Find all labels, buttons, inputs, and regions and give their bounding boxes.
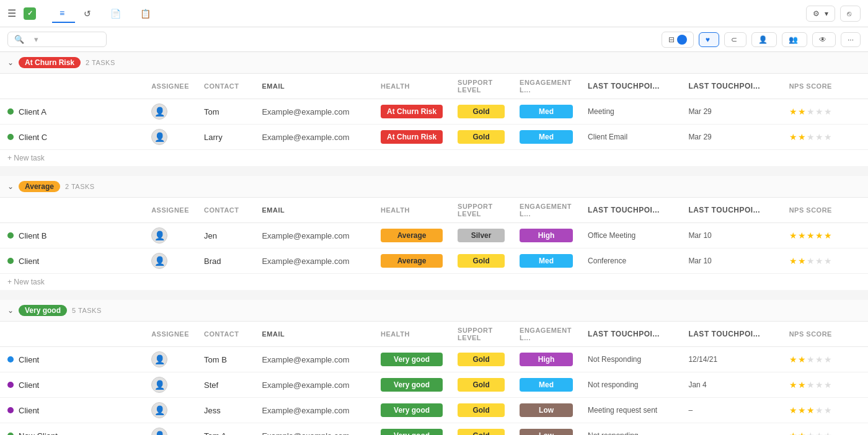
task-name: Client B xyxy=(7,231,136,240)
assignees-button[interactable]: 👥 xyxy=(782,32,807,47)
task-name-cell: Client xyxy=(0,248,144,274)
touchpoint1-cell: Meeting xyxy=(580,99,681,125)
new-task-row[interactable]: + New task xyxy=(0,150,868,167)
email-cell: Example@example.com xyxy=(254,347,373,372)
section-header-at-churn-risk: ⌄ At Churn Risk 2 TASKS xyxy=(0,52,868,74)
star-empty: ★ xyxy=(807,354,815,364)
star-filled: ★ xyxy=(789,380,797,390)
menu-icon[interactable]: ☰ xyxy=(7,7,16,19)
health-cell: Very good xyxy=(373,423,450,436)
star-filled: ★ xyxy=(807,405,815,415)
table-row[interactable]: Client 👤 Jess Example@example.com Very g… xyxy=(0,398,868,423)
table-row[interactable]: Client 👤 Tom B Example@example.com Very … xyxy=(0,347,868,372)
assignee-cell: 👤 xyxy=(144,99,197,125)
star-filled: ★ xyxy=(798,132,806,142)
new-task-button[interactable]: + New task xyxy=(0,150,868,167)
task-name: Client xyxy=(7,380,136,390)
logo-icon: ✓ xyxy=(24,7,36,20)
touchpoint2-cell: Mar 10 xyxy=(681,248,781,274)
col-contact: CONTACT xyxy=(197,198,254,223)
engagement-cell: Med xyxy=(512,99,580,125)
task-count: 2 TASKS xyxy=(86,59,115,66)
section-chevron[interactable]: ⌄ xyxy=(7,182,14,191)
group-by-button[interactable]: ♥ xyxy=(699,32,719,47)
task-name: Client A xyxy=(7,107,136,116)
support-cell: Gold xyxy=(450,347,512,372)
health-cell: At Churn Risk xyxy=(373,99,450,125)
task-count: 5 TASKS xyxy=(72,307,102,314)
section-chevron[interactable]: ⌄ xyxy=(7,306,14,315)
filter-button[interactable]: ⊟ xyxy=(662,32,694,48)
star-rating: ★★★★★ xyxy=(789,405,861,415)
new-task-button[interactable]: + New task xyxy=(0,274,868,291)
nps-cell: ★★★★★ xyxy=(782,423,868,436)
table-row[interactable]: Client C 👤 Larry Example@example.com At … xyxy=(0,125,868,150)
star-empty: ★ xyxy=(807,132,815,142)
task-name: Client xyxy=(7,406,136,415)
search-box[interactable]: 🔍 ▾ xyxy=(7,32,107,47)
me-button[interactable]: 👤 xyxy=(751,32,777,47)
health-badge: Very good xyxy=(381,429,443,435)
star-empty: ★ xyxy=(815,405,823,415)
col-touchpoint2: LAST TOUCHPOI... xyxy=(681,74,781,99)
star-empty: ★ xyxy=(807,107,815,116)
toolbar: 🔍 ▾ ⊟ ♥ ⊂ 👤 👥 👁 ··· xyxy=(0,27,868,52)
task-title: Client xyxy=(19,380,39,390)
email-cell: Example@example.com xyxy=(254,125,373,150)
avatar: 👤 xyxy=(151,103,167,120)
star-filled: ★ xyxy=(789,431,797,435)
star-empty: ★ xyxy=(824,431,832,435)
tab-renewal[interactable]: ↺ xyxy=(76,5,102,22)
task-title: Client A xyxy=(19,107,46,116)
automate-button[interactable]: ⚙ ▾ xyxy=(806,6,835,22)
health-cell: At Churn Risk xyxy=(373,125,450,150)
col-engagement: ENGAGEMENT L... xyxy=(512,322,580,347)
star-filled: ★ xyxy=(789,132,797,142)
subtasks-button[interactable]: ⊂ xyxy=(724,32,746,47)
col-name xyxy=(0,198,144,223)
task-title: Client xyxy=(19,406,39,415)
touchpoint2-cell: 12/14/21 xyxy=(681,347,781,372)
table-row[interactable]: Client A 👤 Tom Example@example.com At Ch… xyxy=(0,99,868,125)
col-touchpoint1: LAST TOUCHPOI... xyxy=(580,74,681,99)
section-chevron[interactable]: ⌄ xyxy=(7,58,14,67)
tab-playbook[interactable]: 📄 xyxy=(103,5,131,22)
tab-feedback[interactable]: 📋 xyxy=(133,5,161,22)
touchpoint2-cell: – xyxy=(681,423,781,436)
health-badge: Very good xyxy=(381,403,443,417)
table-row[interactable]: Client B 👤 Jen Example@example.com Avera… xyxy=(0,223,868,248)
add-view-btn[interactable] xyxy=(162,10,177,17)
email-cell: Example@example.com xyxy=(254,248,373,274)
star-empty: ★ xyxy=(815,431,823,435)
col-assignee: ASSIGNEE xyxy=(144,198,197,223)
assignee-cell: 👤 xyxy=(144,398,197,423)
task-dot xyxy=(7,433,14,435)
task-name-cell: Client C xyxy=(0,125,144,150)
section-toggle: ⌄ Very good 5 TASKS xyxy=(7,305,861,316)
search-icon: 🔍 xyxy=(14,35,24,44)
section-header-very-good: ⌄ Very good 5 TASKS xyxy=(0,300,868,322)
table-row[interactable]: Client 👤 Stef Example@example.com Very g… xyxy=(0,372,868,398)
table-row[interactable]: New Client 👤 Tom A Example@example.com V… xyxy=(0,423,868,436)
task-dot xyxy=(7,134,14,140)
star-filled: ★ xyxy=(798,354,806,364)
engagement-icon: ≡ xyxy=(60,8,64,18)
health-cell: Very good xyxy=(373,372,450,398)
star-rating: ★★★★★ xyxy=(789,132,861,142)
task-name-cell: New Client xyxy=(0,423,144,436)
touchpoint1-cell: Not responding xyxy=(580,372,681,398)
col-name xyxy=(0,322,144,347)
star-filled: ★ xyxy=(807,231,815,240)
show-button[interactable]: 👁 xyxy=(812,32,836,47)
share-button[interactable]: ⎋ xyxy=(840,6,861,22)
touchpoint2-cell: – xyxy=(681,398,781,423)
new-task-row[interactable]: + New task xyxy=(0,274,868,291)
support-badge: Silver xyxy=(458,229,505,242)
heart-icon: ♥ xyxy=(706,35,710,44)
touchpoint1-cell: Conference xyxy=(580,248,681,274)
table-row[interactable]: Client 👤 Brad Example@example.com Averag… xyxy=(0,248,868,274)
more-options-button[interactable]: ··· xyxy=(841,32,861,47)
tab-engagement[interactable]: ≡ xyxy=(52,4,75,23)
col-support: SUPPORT LEVEL xyxy=(450,198,512,223)
star-empty: ★ xyxy=(824,354,832,364)
